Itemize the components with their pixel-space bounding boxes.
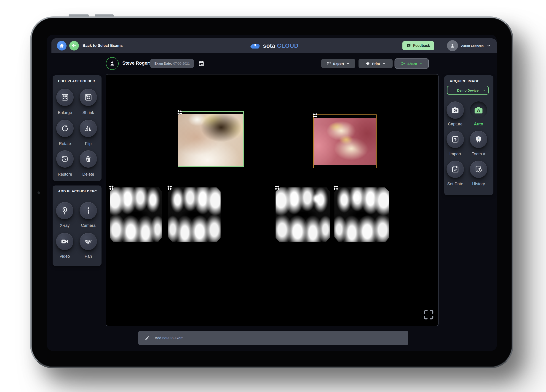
exam-note-input[interactable]: Add note to exam	[138, 331, 408, 345]
user-name[interactable]: Aaron Loenzon	[461, 44, 484, 48]
svg-text:A: A	[477, 108, 480, 113]
history-button[interactable]	[470, 161, 487, 178]
camera-placeholder-button[interactable]	[80, 202, 97, 219]
xray-sensor-icon	[61, 207, 69, 215]
flip-icon	[84, 124, 92, 133]
restore-clock-icon	[61, 155, 69, 163]
brand-name-bold: sota	[263, 43, 275, 49]
auto-capture-button[interactable]: A	[470, 101, 487, 119]
export-label: Export	[333, 62, 344, 66]
app-screen: Back to Select Exams sotaCLOUD	[47, 35, 497, 351]
brand-name-light: CLOUD	[277, 43, 299, 49]
shrink-icon	[84, 93, 92, 101]
pan-placeholder-button[interactable]	[80, 233, 97, 250]
acquire-panel-title: ACQUIRE IMAGE	[450, 79, 480, 83]
auto-camera-icon: A	[473, 105, 484, 115]
user-menu-chevron-down-icon[interactable]	[486, 43, 491, 48]
history-icon	[474, 165, 483, 173]
xray-label: X-ray	[60, 223, 70, 228]
export-icon	[326, 61, 331, 66]
share-button[interactable]: Share	[395, 59, 428, 68]
enlarge-label: Enlarge	[58, 110, 72, 115]
capture-camera-icon	[451, 106, 460, 114]
exam-date-field[interactable]: Exam Date: 07-06-2021	[150, 59, 194, 68]
page-background: Back to Select Exams sotaCLOUD	[0, 0, 546, 392]
print-button[interactable]: Print	[358, 59, 393, 68]
user-avatar[interactable]	[447, 40, 458, 51]
pencil-icon	[145, 335, 150, 341]
device-select[interactable]: Demo Device	[447, 86, 489, 95]
back-to-select-exams-label[interactable]: Back to Select Exams	[83, 43, 123, 48]
intraoral-photo-image	[314, 118, 376, 165]
set-date-button[interactable]	[447, 161, 464, 178]
move-handle-icon[interactable]	[274, 184, 280, 191]
shrink-button[interactable]	[80, 89, 97, 106]
exam-canvas[interactable]	[106, 74, 439, 326]
feedback-button[interactable]: Feedback	[403, 41, 434, 50]
fullscreen-button[interactable]	[423, 309, 435, 321]
exam-date-label: Exam Date:	[155, 62, 172, 65]
acquire-image-panel: ACQUIRE IMAGE Demo Device A	[444, 75, 494, 195]
bitewing-xray[interactable]	[334, 187, 389, 242]
feedback-chat-icon	[407, 43, 411, 48]
share-label: Share	[407, 62, 417, 66]
feedback-label: Feedback	[413, 44, 430, 48]
camera-label: Camera	[81, 223, 96, 228]
tooth-number-icon: #	[474, 135, 483, 144]
trash-icon	[84, 155, 92, 163]
radiopaque-filling	[352, 193, 361, 202]
tooth-number-button[interactable]: #	[470, 131, 487, 148]
rotate-button[interactable]	[56, 120, 74, 137]
history-label: History	[472, 182, 485, 186]
tooth-number-label: Tooth #	[472, 152, 485, 157]
flip-button[interactable]	[80, 120, 97, 137]
calendar-icon	[198, 60, 207, 67]
chevron-down-icon	[346, 62, 350, 65]
capture-button[interactable]	[447, 101, 464, 119]
collapse-panel-button[interactable]	[93, 188, 98, 193]
add-panel-title: ADD PLACEHOLDER	[58, 189, 95, 193]
calendar-check-icon	[451, 165, 459, 173]
export-button[interactable]: Export	[321, 59, 355, 68]
pan-label: Pan	[84, 254, 92, 259]
back-button[interactable]	[69, 41, 79, 51]
move-handle-icon[interactable]	[176, 109, 183, 116]
video-label: Video	[59, 254, 70, 259]
calendar-button[interactable]	[198, 59, 207, 68]
rotate-label: Rotate	[59, 141, 71, 146]
svg-text:#: #	[478, 137, 479, 140]
video-placeholder-button[interactable]	[56, 233, 73, 250]
restore-button[interactable]	[56, 150, 74, 168]
intraoral-photo-selected[interactable]	[178, 111, 244, 167]
panoramic-arch-icon	[84, 237, 92, 246]
bitewing-xray[interactable]	[168, 187, 221, 242]
move-handle-icon[interactable]	[166, 184, 173, 191]
tablet-front-camera	[38, 191, 40, 194]
intraoral-photo[interactable]	[313, 114, 377, 168]
delete-button[interactable]	[80, 150, 97, 168]
fullscreen-icon	[423, 309, 435, 321]
printer-icon	[365, 61, 370, 66]
print-label: Print	[372, 62, 380, 66]
enlarge-button[interactable]	[56, 89, 74, 106]
import-button[interactable]	[447, 131, 464, 148]
patient-name: Steve Rogers	[122, 61, 152, 66]
capture-label: Capture	[448, 122, 462, 126]
xray-placeholder-button[interactable]	[56, 202, 73, 219]
chevron-up-icon	[93, 188, 98, 193]
chevron-down-icon	[482, 89, 486, 92]
bitewing-xray[interactable]	[110, 187, 162, 242]
move-handle-icon[interactable]	[332, 184, 339, 191]
import-icon	[451, 135, 459, 144]
arrow-left-icon	[71, 43, 77, 48]
home-button[interactable]	[57, 41, 66, 51]
flip-label: Flip	[85, 141, 91, 146]
tablet-frame: Back to Select Exams sotaCLOUD	[30, 16, 513, 368]
move-handle-icon[interactable]	[108, 184, 115, 191]
move-handle-icon[interactable]	[312, 112, 318, 119]
paper-plane-icon	[401, 61, 405, 66]
intraoral-photo-image	[178, 114, 243, 166]
bitewing-xray[interactable]	[275, 187, 330, 242]
note-placeholder: Add note to exam	[155, 336, 183, 340]
device-select-value: Demo Device	[457, 89, 479, 92]
